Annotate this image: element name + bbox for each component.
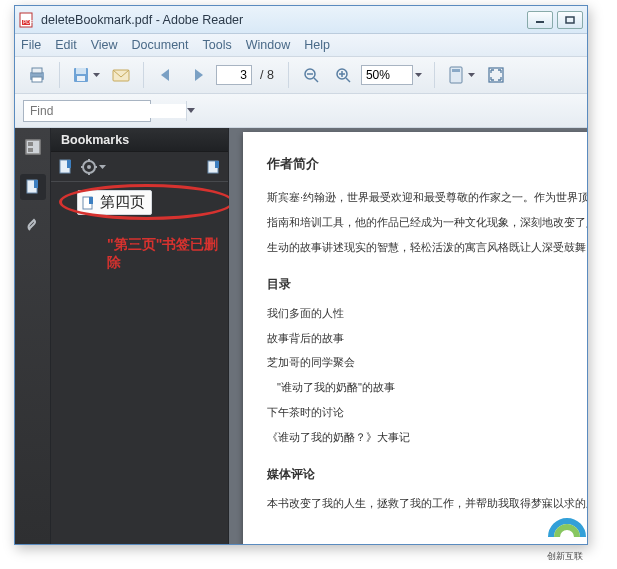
doc-text: 下午茶时的讨论 (267, 402, 587, 423)
bookmarks-tree: 第四页 "第三页"书签已删除 (51, 182, 228, 544)
svg-rect-33 (34, 180, 38, 188)
doc-heading: 作者简介 (267, 156, 587, 173)
find-dropdown-button[interactable] (186, 101, 195, 121)
doc-heading: 媒体评论 (267, 466, 587, 483)
separator (434, 62, 435, 88)
svg-rect-6 (32, 68, 42, 73)
email-button[interactable] (107, 61, 135, 89)
bookmarks-panel: Bookmarks 第四页 "第 (51, 128, 229, 544)
svg-rect-7 (32, 77, 42, 82)
svg-rect-35 (67, 160, 71, 168)
doc-text: 斯宾塞·约翰逊，世界最受欢迎和最受尊敬的作家之一。作为世界顶尖企业和知名组织广泛… (267, 187, 587, 208)
doc-text: 生动的故事讲述现实的智慧，轻松活泼的寓言风格既让人深受鼓舞，又让人 (267, 237, 587, 258)
doc-text: 《谁动了我的奶酪？》大事记 (267, 427, 587, 448)
zoom-in-button[interactable] (329, 61, 357, 89)
svg-marker-42 (99, 165, 106, 169)
svg-line-19 (346, 78, 350, 82)
chevron-down-icon (93, 73, 100, 77)
svg-rect-9 (76, 68, 86, 74)
bookmarks-header: Bookmarks (51, 128, 228, 152)
bookmark-new-icon[interactable] (57, 158, 75, 176)
print-button[interactable] (23, 61, 51, 89)
main-toolbar: / 8 (15, 56, 587, 94)
zoom-out-button[interactable] (297, 61, 325, 89)
bookmark-item[interactable]: 第四页 (77, 190, 152, 215)
page-total-label: / 8 (260, 68, 274, 82)
doc-heading: 目录 (267, 276, 587, 293)
svg-marker-25 (468, 73, 475, 77)
svg-rect-44 (215, 161, 219, 168)
bookmarks-toolbar (51, 152, 228, 182)
svg-rect-4 (566, 17, 574, 23)
svg-rect-46 (89, 197, 93, 204)
thumbnails-tab[interactable] (20, 134, 46, 160)
zoom-level-input[interactable] (361, 65, 413, 85)
window-title: deleteBookmark.pdf - Adobe Reader (41, 13, 523, 27)
pdf-file-icon: PDF (19, 12, 35, 28)
doc-text: 我们多面的人性 (267, 303, 587, 324)
svg-point-37 (87, 165, 91, 169)
svg-marker-22 (415, 73, 422, 77)
navigation-rail (15, 128, 51, 544)
menu-help[interactable]: Help (304, 38, 330, 52)
watermark-logo: 创新互联 (541, 513, 611, 563)
annotation-text: "第三页"书签已删除 (107, 236, 228, 272)
find-toolbar (15, 94, 587, 128)
next-page-button[interactable] (184, 61, 212, 89)
bookmarks-tab[interactable] (20, 174, 46, 200)
svg-marker-11 (93, 73, 100, 77)
chevron-down-icon[interactable] (415, 73, 422, 77)
menu-file[interactable]: File (21, 38, 41, 52)
document-page: 作者简介 斯宾塞·约翰逊，世界最受欢迎和最受尊敬的作家之一。作为世界顶尖企业和知… (243, 132, 587, 544)
minimize-button[interactable] (527, 11, 553, 29)
svg-rect-10 (77, 76, 85, 81)
svg-text:创新互联: 创新互联 (547, 551, 583, 561)
svg-marker-14 (195, 69, 203, 81)
find-input[interactable] (24, 104, 186, 118)
save-button[interactable] (68, 61, 103, 89)
menu-edit[interactable]: Edit (55, 38, 77, 52)
bookmark-label: 第四页 (100, 193, 145, 212)
svg-rect-31 (28, 148, 33, 152)
document-viewport[interactable]: 作者简介 斯宾塞·约翰逊，世界最受欢迎和最受尊敬的作家之一。作为世界顶尖企业和知… (229, 128, 587, 544)
separator (59, 62, 60, 88)
find-combo[interactable] (23, 100, 151, 122)
separator (288, 62, 289, 88)
svg-line-16 (314, 78, 318, 82)
svg-marker-13 (161, 69, 169, 81)
fullscreen-button[interactable] (482, 61, 510, 89)
menu-document[interactable]: Document (132, 38, 189, 52)
menu-view[interactable]: View (91, 38, 118, 52)
doc-text: 指南和培训工具，他的作品已经成为一种文化现象，深刻地改变了人们的生活。斯宾塞博士… (267, 212, 587, 233)
doc-text: "谁动了我的奶酪"的故事 (267, 377, 587, 398)
svg-rect-30 (28, 142, 33, 146)
page-number-input[interactable] (216, 65, 252, 85)
svg-marker-27 (187, 108, 195, 113)
menu-window[interactable]: Window (246, 38, 290, 52)
maximize-button[interactable] (557, 11, 583, 29)
svg-text:PDF: PDF (23, 19, 33, 25)
menubar: File Edit View Document Tools Window Hel… (15, 34, 587, 56)
scroll-mode-button[interactable] (443, 61, 478, 89)
doc-text: 芝加哥的同学聚会 (267, 352, 587, 373)
doc-text: 本书改变了我的人生，拯救了我的工作，并帮助我取得梦寐以求的成功。 (267, 493, 587, 514)
goto-bookmark-icon[interactable] (206, 159, 222, 175)
bookmark-options-button[interactable] (81, 159, 106, 175)
titlebar: PDF deleteBookmark.pdf - Adobe Reader (15, 6, 587, 34)
chevron-down-icon (468, 73, 475, 77)
separator (143, 62, 144, 88)
svg-rect-24 (452, 69, 460, 72)
attachments-tab[interactable] (20, 214, 46, 240)
menu-tools[interactable]: Tools (203, 38, 232, 52)
prev-page-button[interactable] (152, 61, 180, 89)
application-window: PDF deleteBookmark.pdf - Adobe Reader Fi… (14, 5, 588, 545)
doc-text: 故事背后的故事 (267, 328, 587, 349)
content-area: Bookmarks 第四页 "第 (15, 128, 587, 544)
bookmark-icon (82, 196, 96, 210)
